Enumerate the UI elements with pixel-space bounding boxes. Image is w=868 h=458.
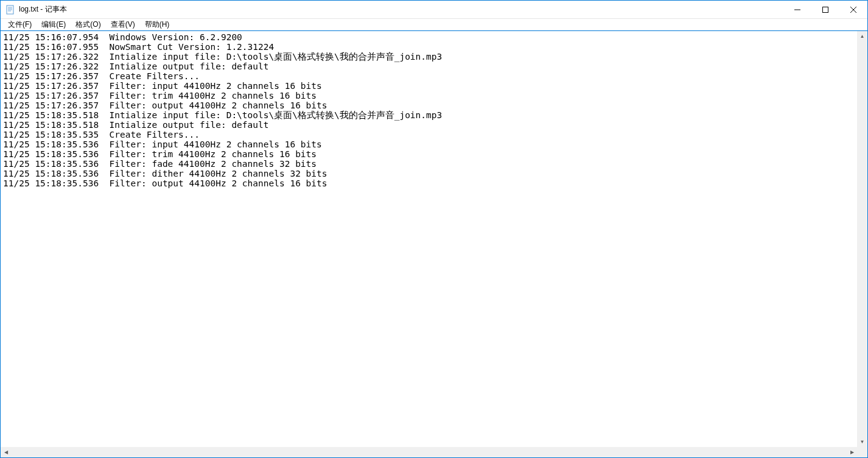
scroll-corner xyxy=(857,447,867,457)
log-line: 11/25 15:17:26.357 Filter: trim 44100Hz … xyxy=(3,91,865,100)
menu-help[interactable]: 帮助(H) xyxy=(140,18,175,31)
log-line: 11/25 15:18:35.518 Intialize output file… xyxy=(3,120,865,130)
log-line: 11/25 15:18:35.536 Filter: dither 44100H… xyxy=(3,169,865,178)
vertical-scrollbar[interactable]: ▲ ▼ xyxy=(857,31,867,447)
maximize-button[interactable] xyxy=(811,1,839,18)
log-line: 11/25 15:18:35.535 Create Filters... xyxy=(3,130,865,139)
log-line: 11/25 15:18:35.536 Filter: trim 44100Hz … xyxy=(3,149,865,159)
close-button[interactable] xyxy=(839,1,867,18)
scroll-left-arrow-icon[interactable]: ◀ xyxy=(1,447,11,457)
window-controls xyxy=(783,1,867,18)
scroll-down-arrow-icon[interactable]: ▼ xyxy=(857,437,867,447)
minimize-button[interactable] xyxy=(783,1,811,18)
log-line: 11/25 15:17:26.322 Intialize input file:… xyxy=(3,52,865,62)
titlebar: log.txt - 记事本 xyxy=(1,1,867,19)
window-title: log.txt - 记事本 xyxy=(19,4,67,15)
menu-format[interactable]: 格式(O) xyxy=(71,18,105,31)
log-line: 11/25 15:17:26.357 Create Filters... xyxy=(3,71,865,81)
menubar: 文件(F) 编辑(E) 格式(O) 查看(V) 帮助(H) xyxy=(1,19,867,31)
titlebar-left: log.txt - 记事本 xyxy=(5,4,67,15)
log-line: 11/25 15:18:35.518 Intialize input file:… xyxy=(3,110,865,120)
log-line: 11/25 15:17:26.322 Intialize output file… xyxy=(3,62,865,71)
log-line: 11/25 15:18:35.536 Filter: output 44100H… xyxy=(3,178,865,188)
menu-view[interactable]: 查看(V) xyxy=(106,18,140,31)
menu-edit[interactable]: 编辑(E) xyxy=(37,18,71,31)
log-line: 11/25 15:17:26.357 Filter: input 44100Hz… xyxy=(3,81,865,91)
horizontal-scrollbar[interactable]: ◀ ▶ xyxy=(1,447,857,457)
scroll-right-arrow-icon[interactable]: ▶ xyxy=(847,447,857,457)
log-line: 11/25 15:16:07.954 Windows Version: 6.2.… xyxy=(3,32,865,42)
log-line: 11/25 15:18:35.536 Filter: input 44100Hz… xyxy=(3,139,865,149)
log-line: 11/25 15:18:35.536 Filter: fade 44100Hz … xyxy=(3,159,865,169)
menu-file[interactable]: 文件(F) xyxy=(3,18,37,31)
log-line: 11/25 15:17:26.357 Filter: output 44100H… xyxy=(3,100,865,110)
log-line: 11/25 15:16:07.955 NowSmart Cut Version:… xyxy=(3,42,865,52)
text-content[interactable]: 11/25 15:16:07.954 Windows Version: 6.2.… xyxy=(1,31,867,446)
svg-rect-6 xyxy=(823,7,828,12)
scroll-up-arrow-icon[interactable]: ▲ xyxy=(857,31,867,41)
notepad-icon xyxy=(5,5,15,15)
